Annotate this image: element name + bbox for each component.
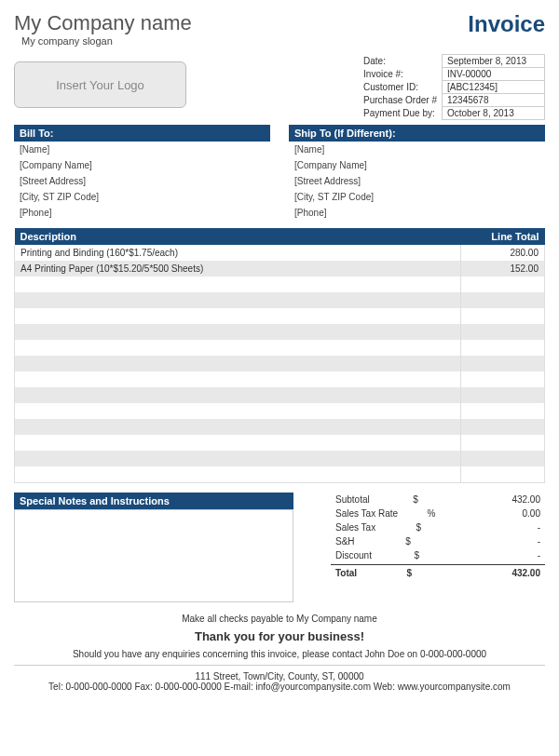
logo-placeholder[interactable]: Insert Your Logo [14,61,186,108]
due-value[interactable]: October 8, 2013 [443,107,545,120]
item-total[interactable] [461,466,545,482]
bill-to-line[interactable]: [Street Address] [14,173,270,189]
table-row[interactable]: A4 Printing Paper (10*$15.20/5*500 Sheet… [15,261,545,277]
item-total[interactable] [461,292,545,308]
items-table: Description Line Total Printing and Bind… [14,228,545,483]
taxrate-sym: % [428,508,446,519]
table-row[interactable] [15,435,545,451]
item-total[interactable] [461,387,545,403]
item-desc[interactable] [15,403,461,419]
table-row[interactable] [15,451,545,466]
payable-text: Make all checks payable to My Company na… [14,614,545,624]
item-desc[interactable]: A4 Printing Paper (10*$15.20/5*500 Sheet… [15,261,461,277]
totals-section: Subtotal$432.00 Sales Tax Rate%0.00 Sale… [331,493,545,602]
tax-sym: $ [416,522,435,533]
discount-value[interactable]: - [475,550,540,560]
due-label: Payment Due by: [359,107,442,120]
customer-id-label: Customer ID: [359,81,442,94]
ship-to-line[interactable]: [Company Name] [289,157,545,173]
table-row[interactable] [15,371,545,387]
table-row[interactable] [15,403,545,419]
total-sym: $ [407,568,426,578]
sh-sym: $ [405,536,424,547]
sh-value[interactable]: - [475,536,540,547]
table-row[interactable] [15,308,545,324]
item-total[interactable] [461,356,545,371]
bill-to-line[interactable]: [Name] [14,142,270,157]
discount-sym: $ [414,550,432,560]
enquiry-text: Should you have any enquiries concerning… [14,649,545,659]
total-value: 432.00 [475,568,540,578]
table-row[interactable] [15,466,545,482]
po-value[interactable]: 12345678 [443,94,545,107]
address-text: 111 Street, Town/City, County, ST, 00000 [14,671,545,682]
item-desc[interactable] [15,340,461,356]
ship-to-line[interactable]: [Phone] [289,205,545,221]
taxrate-label: Sales Tax Rate [335,508,398,519]
item-total[interactable]: 280.00 [461,245,545,261]
company-name: My Company name [14,11,192,35]
date-label: Date: [359,55,442,68]
desc-header: Description [15,228,461,245]
tax-value: - [475,522,540,533]
item-desc[interactable] [15,466,461,482]
item-total[interactable] [461,403,545,419]
item-desc[interactable] [15,324,461,340]
date-value[interactable]: September 8, 2013 [443,55,545,68]
ship-to-line[interactable]: [Street Address] [289,173,545,189]
item-total[interactable] [461,308,545,324]
item-total[interactable] [461,451,545,466]
bill-to-line[interactable]: [City, ST ZIP Code] [14,189,270,205]
discount-label: Discount [335,550,372,560]
sh-label: S&H [335,536,355,547]
po-label: Purchase Order # [359,94,442,107]
contact-text: Tel: 0-000-000-0000 Fax: 0-000-000-0000 … [14,682,545,692]
table-row[interactable] [15,324,545,340]
item-total[interactable] [461,435,545,451]
item-total[interactable] [461,419,545,435]
invoice-meta: Date:September 8, 2013 Invoice #:INV-000… [359,54,545,120]
invoice-num-label: Invoice #: [359,68,442,81]
table-row[interactable] [15,340,545,356]
item-desc[interactable] [15,356,461,371]
table-row[interactable] [15,387,545,403]
invoice-title: Invoice [468,11,545,47]
notes-header: Special Notes and Instructions [14,493,293,509]
item-total[interactable] [461,277,545,292]
ship-to-line[interactable]: [City, ST ZIP Code] [289,189,545,205]
table-row[interactable] [15,277,545,292]
notes-body[interactable] [14,509,293,602]
item-desc[interactable] [15,451,461,466]
thanks-text: Thank you for your business! [14,629,545,643]
item-desc[interactable] [15,277,461,292]
item-total[interactable] [461,340,545,356]
tax-label: Sales Tax [335,522,375,533]
footer: Make all checks payable to My Company na… [14,614,545,692]
item-desc[interactable] [15,387,461,403]
invoice-num-value[interactable]: INV-00000 [443,68,545,81]
ship-to-header: Ship To (If Different): [289,125,545,142]
item-desc[interactable] [15,308,461,324]
item-total[interactable] [461,324,545,340]
item-desc[interactable] [15,292,461,308]
table-row[interactable] [15,292,545,308]
ship-to-line[interactable]: [Name] [289,142,545,157]
item-desc[interactable] [15,371,461,387]
table-row[interactable]: Printing and Binding (160*$1.75/each)280… [15,245,545,261]
company-slogan: My company slogan [21,35,192,47]
bill-to-line[interactable]: [Company Name] [14,157,270,173]
item-desc[interactable] [15,435,461,451]
item-total[interactable]: 152.00 [461,261,545,277]
item-desc[interactable]: Printing and Binding (160*$1.75/each) [15,245,461,261]
subtotal-sym: $ [413,494,431,505]
item-total[interactable] [461,371,545,387]
table-row[interactable] [15,419,545,435]
taxrate-value[interactable]: 0.00 [475,508,540,519]
subtotal-value: 432.00 [475,494,540,505]
bill-to-line[interactable]: [Phone] [14,205,270,221]
ship-to-section: Ship To (If Different): [Name] [Company … [289,125,545,221]
customer-id-value[interactable]: [ABC12345] [443,81,545,94]
table-row[interactable] [15,356,545,371]
notes-section: Special Notes and Instructions [14,493,293,602]
item-desc[interactable] [15,419,461,435]
